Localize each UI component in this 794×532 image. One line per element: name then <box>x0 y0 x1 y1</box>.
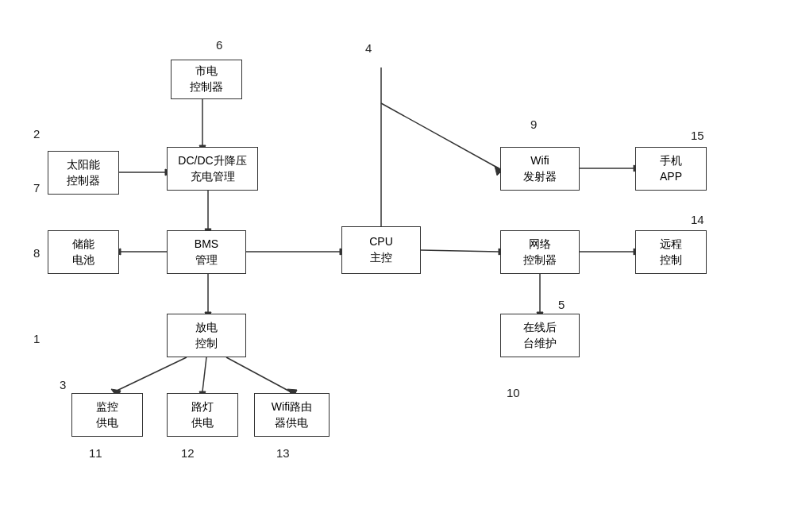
box-phone-app: 手机 APP <box>635 147 707 191</box>
box-cpu: CPU 主控 <box>341 226 421 274</box>
svg-line-13 <box>381 103 499 168</box>
svg-line-27 <box>226 357 290 391</box>
diagram-container: 太阳能 控制器 DC/DC升降压 充电管理 市电 控制器 BMS 管理 储能 电… <box>0 0 794 532</box>
num-2: 2 <box>33 127 40 141</box>
box-bms: BMS 管理 <box>167 230 246 274</box>
num-4: 4 <box>365 41 372 55</box>
num-3: 3 <box>60 378 66 391</box>
box-wifi-tx: Wifi 发射器 <box>500 147 580 191</box>
box-wifi-router-pwr: Wifi路由 器供电 <box>254 393 330 437</box>
num-14: 14 <box>691 213 704 226</box>
box-dcdc: DC/DC升降压 充电管理 <box>167 147 258 191</box>
num-9: 9 <box>530 118 537 131</box>
box-solar: 太阳能 控制器 <box>48 151 119 195</box>
num-10: 10 <box>507 386 520 399</box>
box-online-maint: 在线后 台维护 <box>500 314 580 357</box>
box-net-ctrl: 网络 控制器 <box>500 230 580 274</box>
box-discharge: 放电 控制 <box>167 314 246 357</box>
num-1: 1 <box>33 332 40 345</box>
num-7: 7 <box>33 181 40 195</box>
num-5: 5 <box>558 298 565 311</box>
box-mains: 市电 控制器 <box>171 60 242 99</box>
num-13: 13 <box>276 446 290 460</box>
box-streetlight-pwr: 路灯 供电 <box>167 393 238 437</box>
svg-line-15 <box>421 250 499 252</box>
svg-line-23 <box>115 357 187 391</box>
num-12: 12 <box>181 446 195 460</box>
num-8: 8 <box>33 246 40 260</box>
box-monitor-pwr: 监控 供电 <box>71 393 143 437</box>
num-15: 15 <box>691 129 704 142</box>
box-remote-ctrl: 远程 控制 <box>635 230 707 274</box>
num-6: 6 <box>216 38 222 52</box>
svg-line-25 <box>202 357 206 391</box>
num-11: 11 <box>89 446 102 460</box>
box-battery: 储能 电池 <box>48 230 119 274</box>
